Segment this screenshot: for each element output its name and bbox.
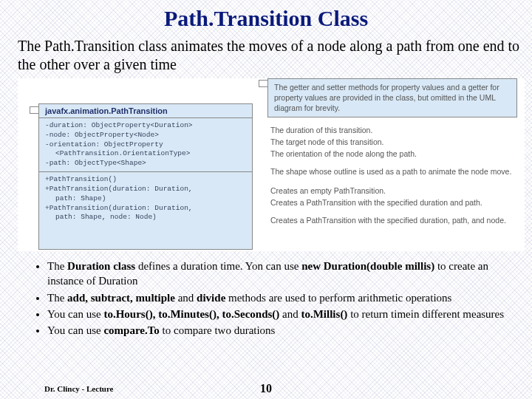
text: methods are used to perform arithmetic o… (225, 292, 451, 304)
text-bold: to.Hours(), to.Minutes(), to.Seconds() (103, 308, 279, 320)
spacer (267, 177, 517, 185)
uml-desc: The shape whose outline is used as a pat… (267, 166, 517, 177)
text: The (47, 260, 67, 272)
uml-diagram-area: javafx.animation.PathTransition -duratio… (18, 78, 525, 251)
uml-ctor: path: Shape) (45, 194, 246, 204)
footer-lecture: Dr. Clincy - Lecture (44, 384, 113, 393)
uml-attr: -node: ObjectProperty<Node> (45, 131, 159, 139)
uml-attr: -path: ObjectType<Shape> (45, 159, 146, 167)
uml-desc: The orientation of the node along the pa… (267, 148, 517, 160)
text-bold: compare.To (103, 324, 159, 336)
footer: Dr. Clincy - Lecture 10 (0, 384, 532, 393)
uml-note-box: The getter and setter methods for proper… (267, 78, 517, 117)
text-bold: Duration class (67, 260, 135, 272)
uml-desc: The target node of this transition. (267, 136, 517, 148)
bullet-item: The add, subtract, multiple and divide m… (47, 290, 510, 305)
uml-class-box: javafx.animation.PathTransition -duratio… (38, 103, 253, 250)
text: defines a duration time. Yon can use (135, 260, 301, 272)
text-bold: to.Millis() (301, 308, 347, 320)
text-bold: add, subtract, multiple (67, 292, 175, 304)
bullet-item: You can use to.Hours(), to.Minutes(), to… (47, 307, 510, 321)
lead-paragraph: The Path.Transition class animates the m… (18, 37, 532, 74)
text: and (175, 292, 197, 304)
uml-desc: Creates an empty PathTransition. (267, 185, 517, 197)
uml-class-header: javafx.animation.PathTransition (39, 104, 252, 118)
page-number: 10 (260, 382, 272, 395)
bullet-item: The Duration class defines a duration ti… (47, 259, 510, 289)
uml-separator (39, 171, 252, 172)
text-bold: new Duration(double millis) (301, 260, 434, 272)
text: to return timein different measures (347, 308, 504, 320)
text: The (47, 292, 67, 304)
slide-title: Path.Transition Class (0, 6, 532, 31)
uml-ctor: path: Shape, node: Node) (45, 213, 246, 222)
uml-ctor: +PathTransition(duration: Duration, (45, 204, 193, 212)
uml-attr: -orientation: ObjectProperty (45, 140, 163, 149)
slide: Path.Transition Class The Path.Transitio… (0, 0, 532, 399)
uml-desc: Creates a PathTransition with the specif… (267, 197, 517, 208)
text: You can use (47, 324, 103, 336)
uml-attr: -duration: ObjectProperty<Duration> (45, 121, 193, 129)
spacer (267, 160, 517, 166)
uml-attr: <PathTransition.OrientationType> (45, 149, 246, 159)
bullet-item: You can use compare.To to compare two du… (47, 323, 510, 338)
text: and (279, 308, 301, 320)
uml-ctor: +PathTransition() (45, 175, 117, 183)
uml-ctor: +PathTransition(duration: Duration, (45, 185, 193, 193)
uml-desc: Creates a PathTransition with the specif… (267, 214, 517, 226)
bullet-list: The Duration class defines a duration ti… (18, 259, 510, 338)
uml-class-body: -duration: ObjectProperty<Duration> -nod… (39, 118, 252, 225)
text: You can use (47, 308, 103, 320)
uml-description-column: The duration of this transition. The tar… (267, 124, 517, 226)
spacer (267, 208, 517, 214)
uml-desc: The duration of this transition. (267, 124, 517, 136)
text-bold: divide (197, 292, 225, 304)
text: to compare two durations (160, 324, 276, 336)
